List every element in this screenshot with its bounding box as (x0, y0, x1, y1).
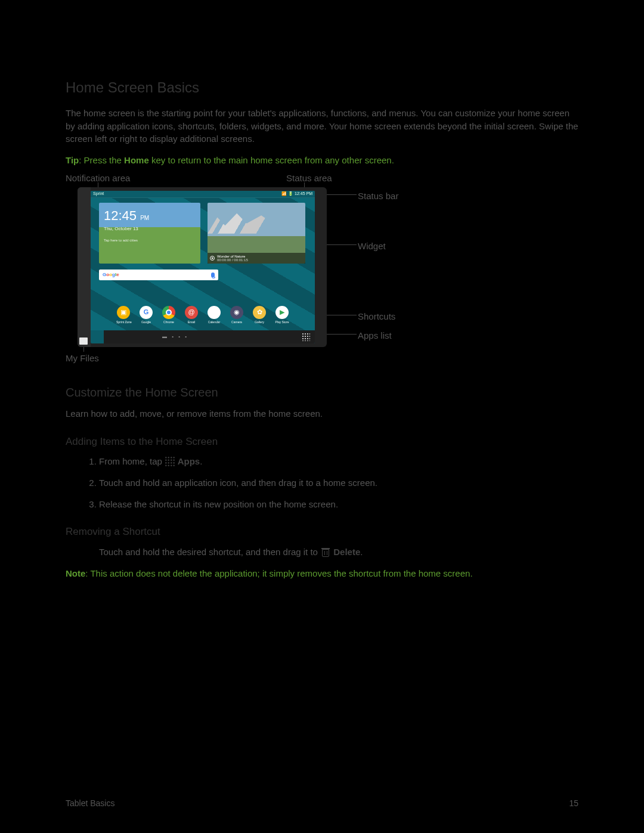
photo-widget[interactable]: Wonder of Nature 00:00:00 / 00:01:15 (208, 203, 305, 264)
gallery-icon: ✿ (253, 306, 266, 319)
tip-rest: key to return to the main home screen fr… (149, 155, 394, 165)
app-label: Chrome (162, 320, 176, 324)
app-label: Play Store (275, 320, 289, 324)
tip-label: Tip (66, 155, 79, 165)
app-google[interactable]: GGoogle (139, 306, 153, 324)
page-indicator[interactable]: ▬ • • • (162, 333, 188, 340)
calendar-icon: 31 (208, 306, 221, 319)
heading-remove-shortcut: Removing a Shortcut (66, 525, 578, 540)
note-line: Note: This action does not delete the ap… (66, 567, 578, 580)
footer-page-number: 15 (569, 797, 578, 809)
note-label: Note (66, 568, 85, 578)
callout-apps-list: Apps list (358, 329, 392, 342)
tablet-screen: Sprint 📶 🔋 12:45 PM 12:45 PM Thu, Octobe… (91, 191, 315, 343)
app-dock: ▣Sprint Zone GGoogle Chrome @Email 31Cal… (91, 301, 315, 330)
google-logo-icon: Google (103, 271, 119, 278)
delete-label: Delete (331, 547, 360, 557)
add-step-3: Release the shortcut in its new position… (99, 498, 578, 511)
app-chrome[interactable]: Chrome (162, 306, 176, 324)
clock-ampm: PM (140, 215, 149, 221)
callout-widget: Widget (358, 240, 386, 253)
sprint-zone-icon: ▣ (117, 306, 130, 319)
clock-date: Thu, October 13 (99, 225, 200, 233)
heading-customize: Customize the Home Screen (66, 384, 578, 401)
remove-pre: Touch and hold the desired shortcut, and… (99, 547, 320, 557)
app-label: Email (184, 320, 199, 324)
chrome-icon (162, 306, 175, 319)
apps-grid-inline-icon (165, 456, 175, 467)
app-sprint-zone[interactable]: ▣Sprint Zone (116, 306, 131, 324)
tip-line: Tip: Press the Home key to return to the… (66, 154, 578, 167)
play-icon[interactable] (210, 256, 215, 261)
home-screen-diagram: Notification area Status area Status bar… (66, 175, 417, 366)
app-label: Google (139, 320, 153, 324)
nav-bar: ▬ • • • (104, 330, 315, 343)
step1-apps-label: Apps (175, 456, 200, 466)
add-step-1: From home, tap Apps. (99, 455, 578, 468)
status-time: 12:45 PM (295, 191, 312, 196)
app-email[interactable]: @Email (184, 306, 199, 324)
app-play-store[interactable]: ▶Play Store (275, 306, 289, 324)
carrier-label: Sprint (93, 191, 104, 197)
tablet-frame: Sprint 📶 🔋 12:45 PM 12:45 PM Thu, Octobe… (78, 187, 327, 347)
lead-status-bar (327, 194, 357, 195)
google-search-bar[interactable]: Google (99, 270, 218, 280)
clock-widget[interactable]: 12:45 PM Thu, October 13 Tap here to add… (99, 203, 200, 264)
add-steps-list: From home, tap Apps. Touch and hold an a… (99, 455, 578, 510)
google-icon: G (140, 306, 153, 319)
remove-body: Touch and hold the desired shortcut, and… (99, 546, 578, 559)
apps-grid-icon[interactable] (302, 333, 310, 341)
callout-status-area: Status area (286, 172, 332, 185)
tablet-left-bar (78, 187, 91, 347)
clock-hint[interactable]: Tap here to add cities (99, 232, 200, 249)
trash-icon (321, 547, 330, 557)
camera-icon: ◉ (230, 306, 243, 319)
status-bar: Sprint 📶 🔋 12:45 PM (91, 191, 315, 198)
callout-my-files: My Files (66, 352, 99, 365)
heading-home-screen-basics: Home Screen Basics (66, 78, 578, 98)
add-step-2: Touch and hold an application icon, and … (99, 476, 578, 490)
mountain-graphic (208, 213, 305, 234)
intro-paragraph: The home screen is the starting point fo… (66, 107, 578, 145)
app-label: Calendar (207, 320, 221, 324)
photo-time: 00:00:00 / 00:01:15 (217, 258, 248, 262)
lead-widget (327, 244, 357, 245)
heading-add-items: Adding Items to the Home Screen (66, 435, 578, 450)
callout-status-bar: Status bar (358, 190, 398, 203)
my-files-icon[interactable] (79, 337, 88, 345)
play-store-icon: ▶ (275, 306, 289, 319)
footer-section: Tablet Basics (66, 797, 114, 809)
tip-sep: : Press the (79, 155, 124, 165)
app-gallery[interactable]: ✿Gallery (252, 306, 267, 324)
email-icon: @ (185, 306, 198, 319)
app-label: Sprint Zone (116, 320, 131, 324)
lead-shortcuts (323, 315, 357, 315)
mic-icon[interactable] (211, 272, 215, 277)
customize-intro: Learn how to add, move, or remove items … (66, 407, 578, 420)
step1-pre: From home, tap (99, 456, 165, 466)
note-rest: : This action does not delete the applic… (85, 568, 472, 578)
clock-time: 12:45 (104, 208, 137, 223)
app-label: Gallery (252, 320, 267, 324)
app-camera[interactable]: ◉Camera (230, 306, 244, 324)
app-calendar[interactable]: 31Calendar (207, 306, 221, 324)
lead-apps-list (327, 334, 357, 335)
tip-home-key: Home (124, 155, 149, 165)
callout-shortcuts: Shortcuts (358, 310, 395, 323)
app-label: Camera (230, 320, 244, 324)
page-footer: Tablet Basics 15 (66, 797, 578, 809)
status-clock: 📶 🔋 12:45 PM (281, 191, 312, 197)
